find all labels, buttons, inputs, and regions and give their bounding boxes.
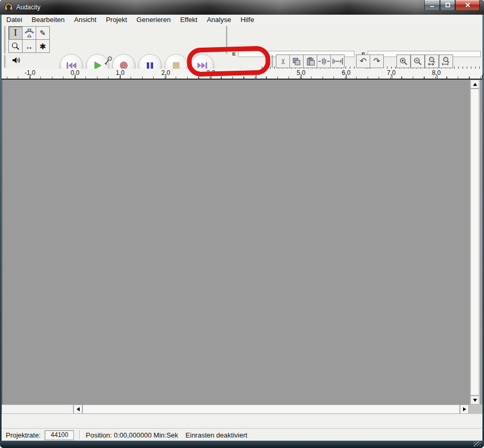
ruler-time-label: 6,0 <box>342 69 351 77</box>
position-text: Position: 0:00,000000 Min:Sek <box>85 431 178 439</box>
titlebar[interactable]: Audacity <box>0 0 484 15</box>
tools-toolbar-grip[interactable] <box>4 26 8 53</box>
scroll-down-button[interactable] <box>470 396 479 405</box>
channel-label: R <box>232 51 238 57</box>
ruler-time-label: -1,0 <box>25 69 36 77</box>
ruler-time-label: 3,0 <box>207 69 216 77</box>
input-volume-mic-icon <box>104 56 113 65</box>
redo-icon: ↷ <box>373 57 380 65</box>
fast-forward-icon <box>197 62 208 69</box>
magnifier-icon <box>11 42 20 51</box>
zoom-out-button[interactable] <box>411 54 425 68</box>
envelope-icon <box>24 28 35 38</box>
window-title: Audacity <box>16 4 40 11</box>
output-volume-speaker-icon <box>12 57 20 64</box>
timeshift-tool-button[interactable]: ↔ <box>22 39 36 53</box>
undo-button[interactable]: ↶ <box>356 54 370 68</box>
close-button[interactable] <box>455 0 480 10</box>
paste-icon <box>306 57 315 66</box>
left-right-arrow-icon: ↔ <box>25 42 33 50</box>
trim-outside-selection-button[interactable] <box>317 54 331 68</box>
fit-project-button[interactable] <box>439 54 453 68</box>
mixer-toolbar-grip[interactable] <box>4 55 8 68</box>
vertical-scrollbar-thumb[interactable] <box>470 89 479 396</box>
envelope-tool-button[interactable] <box>22 26 36 40</box>
rewind-icon <box>66 62 77 69</box>
meter-toolbar-grip[interactable] <box>226 26 230 53</box>
statusbar: Projektrate: 44100 Position: 0:00,000000… <box>2 428 482 441</box>
menu-item[interactable]: Bearbeiten <box>27 15 69 25</box>
paste-button[interactable] <box>303 54 317 68</box>
ruler-time-label: 0,0 <box>71 69 80 77</box>
scrollbar-corner <box>469 405 482 414</box>
maximize-button[interactable] <box>440 0 455 10</box>
menu-item[interactable]: Effekt <box>175 15 202 25</box>
selection-tool-button[interactable]: I <box>8 26 23 40</box>
ruler-time-label: 8,0 <box>432 69 441 77</box>
copy-icon <box>292 57 301 65</box>
scroll-right-button[interactable] <box>460 405 469 414</box>
ruler-time-label: 1,0 <box>116 69 125 77</box>
menu-item[interactable]: Analyse <box>202 15 235 25</box>
asterisk-icon: ✱ <box>39 42 46 50</box>
window-frame-bottom <box>0 441 484 448</box>
horizontal-scrollbar-thumb[interactable] <box>82 405 460 414</box>
cut-button[interactable]: ✂ <box>276 54 290 68</box>
menu-item[interactable]: Generieren <box>132 15 175 25</box>
menu-item[interactable]: Datei <box>2 15 27 25</box>
redo-button[interactable]: ↷ <box>370 54 384 68</box>
fit-selection-icon <box>427 57 437 66</box>
draw-tool-button[interactable]: ✎ <box>36 26 50 40</box>
ruler-time-label: 2,0 <box>162 69 170 77</box>
zoom-out-icon <box>413 57 422 66</box>
zoom-in-button[interactable] <box>396 54 411 68</box>
timeline-ruler[interactable]: -1,00,01,02,03,04,05,06,07,08,0 <box>2 69 482 80</box>
snap-status-text: Einrasten deaktiviert <box>186 431 248 439</box>
fit-selection-button[interactable] <box>425 54 439 68</box>
menubar: DateiBearbeitenAnsichtProjektGenerierenE… <box>2 15 482 25</box>
zoom-in-icon <box>399 57 408 66</box>
ruler-time-label: 5,0 <box>297 69 306 77</box>
vertical-scrollbar[interactable] <box>470 80 480 405</box>
menu-item[interactable]: Projekt <box>101 15 132 25</box>
menu-item[interactable]: Ansicht <box>69 15 101 25</box>
pencil-icon: ✎ <box>40 29 46 37</box>
horizontal-scrollbar-row <box>2 405 482 414</box>
zoom-tool-button[interactable] <box>8 39 23 53</box>
silence-selection-button[interactable] <box>330 54 345 68</box>
minimize-button[interactable] <box>424 0 440 10</box>
project-rate-label: Projektrate: <box>6 431 40 439</box>
multi-tool-button[interactable]: ✱ <box>36 39 50 53</box>
audacity-window: Audacity DateiBearbeitenAnsichtProjektGe… <box>0 0 484 448</box>
ruler-time-label: 7,0 <box>387 69 396 77</box>
menu-item[interactable]: Hilfe <box>236 15 259 25</box>
statusbar-spacer <box>2 414 482 428</box>
scissors-icon: ✂ <box>279 58 286 64</box>
window-controls <box>424 0 480 10</box>
scroll-left-button[interactable] <box>73 405 82 414</box>
track-panel-footer <box>2 405 73 414</box>
ruler-time-label: 4,0 <box>252 69 261 77</box>
toolbar-zone: I ✎ ↔ ✱ <box>2 25 482 69</box>
project-rate-value: 44100 <box>45 430 74 440</box>
scroll-up-button[interactable] <box>470 80 479 89</box>
undo-icon: ↶ <box>360 57 367 65</box>
statusbar-separator <box>79 430 81 440</box>
audacity-logo-icon <box>4 3 13 12</box>
edit-toolbar-grip[interactable] <box>272 55 275 68</box>
trim-icon <box>318 58 330 65</box>
silence-icon <box>332 58 343 65</box>
track-area[interactable] <box>2 80 482 405</box>
fit-project-icon <box>442 57 451 66</box>
copy-button[interactable] <box>289 54 304 68</box>
resize-grip[interactable] <box>474 441 481 446</box>
stop-icon <box>173 62 180 69</box>
